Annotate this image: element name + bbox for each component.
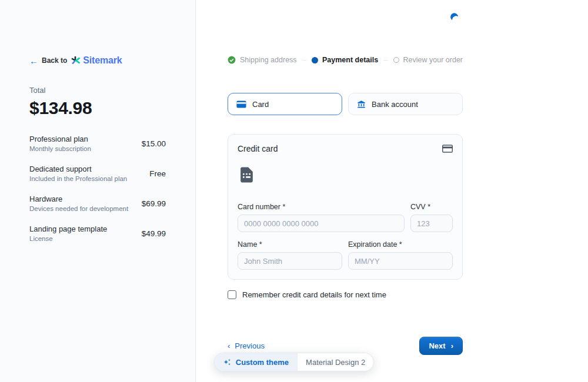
pending-step-circle-icon bbox=[393, 57, 399, 63]
back-to-label: Back to bbox=[42, 56, 67, 65]
payment-method-bank-button[interactable]: Bank account bbox=[348, 93, 463, 115]
item-title: Professional plan bbox=[29, 135, 91, 143]
cvv-label: CVV * bbox=[410, 203, 453, 211]
panel-title: Credit card bbox=[238, 144, 278, 153]
checkout-stepper: Shipping address Payment details Review … bbox=[228, 56, 463, 64]
theme-option-material-design-2[interactable]: Material Design 2 bbox=[298, 353, 373, 371]
item-price: $69.99 bbox=[142, 199, 166, 208]
theme-option-custom[interactable]: Custom theme bbox=[215, 353, 298, 371]
chevron-right-icon: › bbox=[451, 342, 453, 350]
check-circle-icon bbox=[228, 56, 236, 64]
bank-icon bbox=[357, 100, 366, 109]
method-label: Bank account bbox=[372, 100, 418, 109]
method-label: Card bbox=[252, 100, 269, 109]
list-item: Professional plan Monthly subscription $… bbox=[29, 135, 166, 152]
credit-card-panel: Credit card bbox=[228, 134, 463, 280]
payment-method-card-button[interactable]: Card bbox=[228, 93, 342, 115]
order-items-list: Professional plan Monthly subscription $… bbox=[29, 135, 166, 242]
total-label: Total bbox=[29, 86, 166, 95]
expiration-date-input[interactable] bbox=[348, 252, 453, 270]
item-title: Dedicated support bbox=[29, 165, 127, 173]
name-input[interactable] bbox=[238, 252, 342, 270]
checkout-page: ← Back to Sitemark Total $134.98 bbox=[0, 0, 588, 382]
back-row: ← Back to Sitemark bbox=[29, 55, 166, 66]
checkout-main: Shipping address Payment details Review … bbox=[196, 0, 588, 382]
step-connector bbox=[383, 60, 387, 61]
previous-button[interactable]: ‹ Previous bbox=[228, 341, 265, 350]
moon-icon bbox=[450, 12, 459, 21]
back-button[interactable]: ← Back to bbox=[29, 56, 67, 65]
step-connector bbox=[302, 60, 306, 61]
order-summary-sidebar: ← Back to Sitemark Total $134.98 bbox=[0, 0, 196, 382]
card-number-label: Card number * bbox=[238, 203, 405, 211]
list-item: Landing page template License $49.99 bbox=[29, 224, 166, 242]
card-number-input[interactable] bbox=[238, 215, 405, 232]
cvv-input[interactable] bbox=[410, 215, 453, 232]
remember-card-label: Remember credit card details for next ti… bbox=[242, 290, 386, 299]
item-subtitle: Included in the Professional plan bbox=[29, 175, 127, 182]
item-price: $49.99 bbox=[142, 229, 166, 238]
item-subtitle: Devices needed for development bbox=[29, 205, 128, 212]
brand-logo[interactable]: Sitemark bbox=[71, 55, 122, 66]
item-subtitle: Monthly subscription bbox=[29, 145, 91, 152]
theme-switcher: Custom theme Material Design 2 bbox=[214, 353, 374, 371]
item-subtitle: License bbox=[29, 235, 107, 242]
name-label: Name * bbox=[238, 240, 342, 249]
sparkle-icon bbox=[223, 358, 232, 367]
chevron-left-icon: ‹ bbox=[228, 342, 230, 350]
color-mode-toggle-button[interactable] bbox=[445, 8, 463, 25]
credit-card-outline-icon bbox=[442, 145, 453, 153]
list-item: Dedicated support Included in the Profes… bbox=[29, 165, 166, 182]
item-title: Landing page template bbox=[29, 224, 107, 233]
item-title: Hardware bbox=[29, 195, 128, 203]
step-payment-details: Payment details bbox=[312, 56, 378, 64]
step-label: Shipping address bbox=[240, 56, 297, 64]
next-button[interactable]: Next › bbox=[419, 337, 463, 355]
item-price: Free bbox=[149, 169, 166, 178]
step-review-order: Review your order bbox=[393, 56, 463, 64]
sim-card-icon bbox=[238, 166, 453, 186]
step-label: Review your order bbox=[403, 56, 463, 64]
back-arrow-icon: ← bbox=[29, 56, 38, 65]
payment-method-toggle: Card Bank account bbox=[228, 93, 463, 115]
remember-card-checkbox[interactable] bbox=[228, 290, 236, 299]
remember-card-row: Remember credit card details for next ti… bbox=[228, 290, 463, 299]
step-shipping-address: Shipping address bbox=[228, 56, 297, 64]
total-value: $134.98 bbox=[29, 98, 166, 118]
list-item: Hardware Devices needed for development … bbox=[29, 195, 166, 212]
step-label: Payment details bbox=[322, 56, 378, 64]
item-price: $15.00 bbox=[142, 139, 166, 148]
brand-name: Sitemark bbox=[83, 55, 122, 66]
credit-card-icon bbox=[236, 100, 246, 108]
active-step-dot-icon bbox=[312, 57, 318, 63]
expiration-date-label: Expiration date * bbox=[348, 240, 453, 249]
sitemark-logo-icon bbox=[71, 56, 81, 65]
